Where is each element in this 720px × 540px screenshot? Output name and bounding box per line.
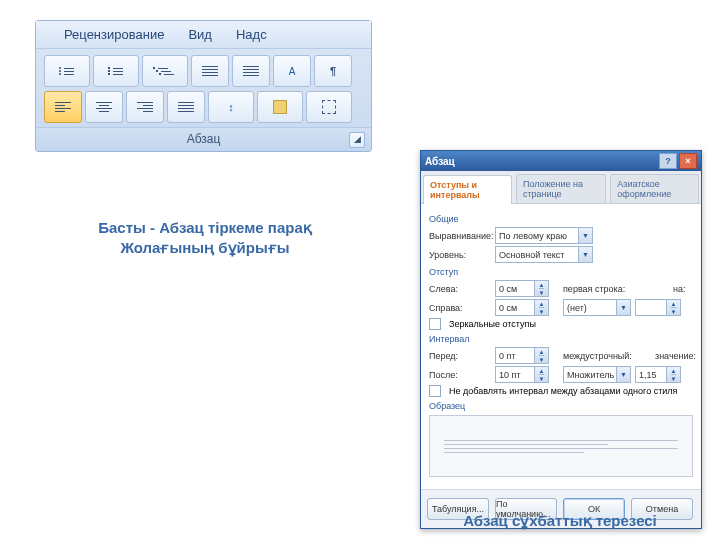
after-spin[interactable]: 10 пт▲▼ [495,366,549,383]
paragraph-ribbon-group: Рецензирование Вид Надс А ¶ ↕ Абзац ◢ [35,20,372,152]
pilcrow-icon: ¶ [330,65,336,77]
label-first-line: первая строка: [563,284,669,294]
before-value: 0 пт [499,351,516,361]
indent-right-spin[interactable]: 0 см▲▼ [495,299,549,316]
label-no-space: Не добавлять интервал между абзацами одн… [449,386,677,396]
alignment-combo[interactable]: По левому краю▼ [495,227,593,244]
line-by-spin[interactable]: 1,15▲▼ [635,366,681,383]
chevron-down-icon: ▼ [616,300,630,315]
ribbon-group-label: Абзац ◢ [36,127,371,151]
shading-button[interactable] [257,91,303,123]
before-spin[interactable]: 0 пт▲▼ [495,347,549,364]
label-before: Перед: [429,351,491,361]
alignment-value: По левому краю [499,231,567,241]
label-mirror: Зеркальные отступы [449,319,536,329]
group-indent: Отступ [429,267,693,277]
ribbon-tab-strip: Рецензирование Вид Надс [36,21,371,49]
first-line-value: (нет) [567,303,587,313]
shading-icon [273,100,287,114]
indent-left-value: 0 см [499,284,517,294]
label-line-by: значение: [655,351,693,361]
help-button[interactable]: ? [659,153,677,169]
indent-right-value: 0 см [499,303,517,313]
number-list-button[interactable] [93,55,139,87]
multilevel-list-button[interactable] [142,55,188,87]
increase-indent-button[interactable] [232,55,270,87]
line-spacing-value: Множитель [567,370,614,380]
bullet-list-button[interactable] [44,55,90,87]
group-general: Общие [429,214,693,224]
chevron-down-icon: ▼ [616,367,630,382]
sort-icon: А [289,66,296,77]
dialog-caption: Абзац сұхбаттық терезесі [430,512,690,530]
dialog-title: Абзац [425,156,455,167]
tab-review[interactable]: Рецензирование [64,27,164,42]
level-value: Основной текст [499,250,564,260]
dialog-launcher-button[interactable]: ◢ [349,132,365,148]
label-after: После: [429,370,491,380]
dialog-titlebar[interactable]: Абзац ? × [421,151,701,171]
line-spacing-button[interactable]: ↕ [208,91,254,123]
close-button[interactable]: × [679,153,697,169]
first-line-combo[interactable]: (нет)▼ [563,299,631,316]
dialog-body: Общие Выравнивание: По левому краю▼ Уров… [421,204,701,489]
line-spacing-combo[interactable]: Множитель▼ [563,366,631,383]
borders-button[interactable] [306,91,352,123]
align-center-button[interactable] [85,91,123,123]
label-line-spacing: междустрочный: [563,351,651,361]
label-right: Справа: [429,303,491,313]
label-level: Уровень: [429,250,491,260]
align-justify-button[interactable] [167,91,205,123]
no-space-checkbox[interactable] [429,385,441,397]
level-combo[interactable]: Основной текст▼ [495,246,593,263]
align-left-button[interactable] [44,91,82,123]
label-first-by: на: [673,284,693,294]
label-alignment: Выравнивание: [429,231,491,241]
borders-icon [322,100,336,114]
preview-box [429,415,693,477]
paragraph-dialog: Абзац ? × Отступы и интервалы Положение … [420,150,702,529]
chevron-down-icon: ▼ [578,247,592,262]
dialog-tabs: Отступы и интервалы Положение на страниц… [421,171,701,204]
chevron-down-icon: ▼ [578,228,592,243]
group-preview: Образец [429,401,693,411]
indent-left-spin[interactable]: 0 см▲▼ [495,280,549,297]
group-spacing: Интервал [429,334,693,344]
decrease-indent-button[interactable] [191,55,229,87]
mirror-indent-checkbox[interactable] [429,318,441,330]
line-spacing-icon: ↕ [228,101,234,113]
tab-indents[interactable]: Отступы и интервалы [423,175,512,204]
group-label-text: Абзац [187,132,221,146]
align-right-button[interactable] [126,91,164,123]
first-by-spin[interactable]: ▲▼ [635,299,681,316]
tab-view[interactable]: Вид [188,27,212,42]
tab-addins[interactable]: Надс [236,27,267,42]
line-by-value: 1,15 [639,370,657,380]
ribbon-caption: Басты - Абзац тіркеме парақ Жолағының бұ… [60,218,350,259]
tab-page-position[interactable]: Положение на странице [516,174,606,203]
ribbon-body: А ¶ ↕ [36,49,371,123]
tab-asian[interactable]: Азиатское оформление [610,174,699,203]
after-value: 10 пт [499,370,521,380]
label-left: Слева: [429,284,491,294]
show-pilcrow-button[interactable]: ¶ [314,55,352,87]
sort-button[interactable]: А [273,55,311,87]
